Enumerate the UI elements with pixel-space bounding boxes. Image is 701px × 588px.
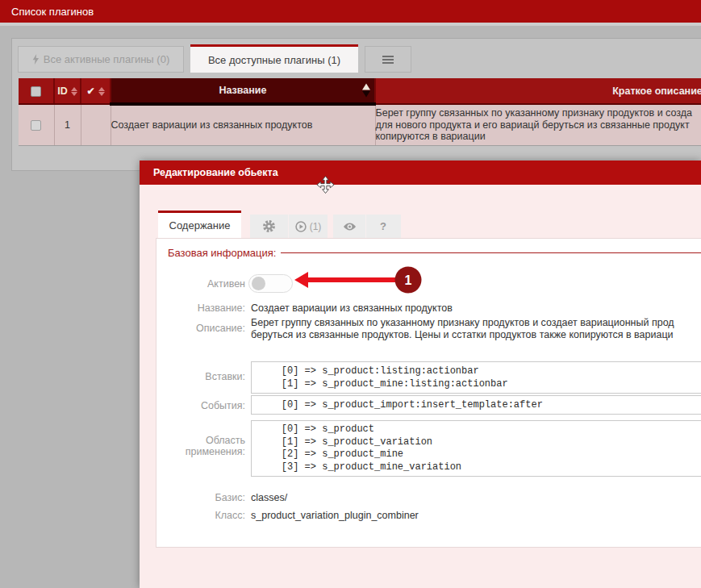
events-code-box: [0] => s_product_import:insert_template:…	[251, 395, 701, 415]
column-header-id[interactable]: ID	[54, 78, 81, 104]
tab-run[interactable]: (1)	[288, 215, 328, 238]
tab-group-view: ?	[333, 215, 401, 238]
annotation-step-number: 1	[405, 273, 412, 287]
description-label: Описание:	[168, 323, 245, 334]
dialog-title: Редактирование обьекта	[153, 167, 278, 178]
annotation-arrow-1: 1	[294, 265, 423, 296]
row-active-cell	[81, 104, 111, 145]
section-basic-info: Базовая информация:	[168, 247, 701, 259]
edit-object-dialog: Редактирование обьекта Содержание	[140, 161, 701, 588]
run-count-badge: (1)	[310, 221, 322, 232]
tab-available-plugins[interactable]: Все доступные плагины (1)	[190, 44, 358, 73]
dialog-content: Базовая информация: Активен 1 Название: …	[156, 238, 701, 548]
table-row[interactable]: 1 Создает вариации из связанных продукто…	[19, 104, 701, 145]
row-id-cell: 1	[54, 104, 81, 145]
tab-preview[interactable]	[333, 215, 365, 238]
check-icon: ✔	[86, 85, 94, 97]
scope-label: Область применения:	[168, 435, 245, 457]
help-icon: ?	[380, 220, 386, 232]
column-header-description[interactable]: Краткое описание	[375, 78, 701, 104]
sort-icon[interactable]	[98, 87, 105, 96]
page-header: Список плагинов	[0, 0, 701, 23]
row-name-cell[interactable]: Создает вариации из связанных продуктов	[111, 104, 375, 145]
play-icon	[295, 221, 307, 232]
inserts-label: Вставки:	[168, 371, 245, 382]
tab-group-settings: (1)	[250, 215, 328, 238]
header-divider	[0, 23, 701, 26]
class-label: Класс:	[168, 510, 245, 521]
menu-icon	[382, 56, 394, 57]
dialog-titlebar[interactable]: Редактирование обьекта	[140, 161, 701, 185]
tab-active-plugins[interactable]: Все активные плагины (0)	[18, 46, 184, 73]
table-header-row: ID ✔ Название Краткое описание	[19, 78, 701, 104]
lightning-icon	[32, 54, 40, 65]
basis-label: Базис:	[168, 492, 245, 503]
page-title: Список плагинов	[11, 6, 94, 18]
column-header-name[interactable]: Название	[111, 78, 375, 104]
move-cursor-icon	[316, 175, 335, 194]
sort-icon[interactable]	[71, 87, 77, 96]
description-value: Берет группу связанных по указанному при…	[251, 317, 674, 341]
tab-available-plugins-label: Все доступные плагины (1)	[208, 54, 340, 66]
eye-icon	[343, 222, 357, 231]
toggle-knob	[252, 277, 265, 290]
events-label: События:	[168, 400, 245, 411]
select-all-checkbox[interactable]	[31, 86, 41, 97]
plugin-table: ID ✔ Название Краткое описание 1 Создает…	[19, 78, 701, 148]
class-value: s_product_variation_plugin_combiner	[251, 510, 419, 521]
name-label: Название:	[168, 302, 245, 314]
tab-content-label: Содержание	[169, 219, 231, 231]
scope-code-box: [0] => s_product [1] => s_product_variat…	[251, 420, 701, 477]
basis-value: classes/	[251, 492, 287, 503]
column-header-active[interactable]: ✔	[81, 78, 111, 104]
inserts-code-box: [0] => s_product:listing:actionbar [1] =…	[251, 361, 701, 394]
row-description-cell: Берет группу связанных по указанному при…	[375, 104, 701, 145]
active-label: Активен	[168, 278, 245, 290]
active-toggle[interactable]	[248, 274, 293, 293]
section-rule	[281, 252, 701, 253]
section-title: Базовая информация:	[168, 247, 276, 259]
select-all-header[interactable]	[19, 78, 54, 104]
row-checkbox[interactable]	[31, 120, 41, 131]
tab-active-plugins-label: Все активные плагины (0)	[44, 53, 169, 65]
list-menu-button[interactable]	[365, 46, 411, 73]
sort-asc-icon[interactable]	[362, 84, 370, 98]
plugin-manager-screen: Список плагинов Все активные плагины (0)…	[0, 0, 701, 588]
tab-help[interactable]: ?	[365, 215, 400, 238]
tab-content[interactable]: Содержание	[158, 211, 241, 238]
tab-settings[interactable]	[250, 215, 288, 238]
name-value: Создает вариации из связанных продуктов	[251, 302, 453, 314]
row-select-cell	[19, 104, 54, 145]
gear-icon	[262, 219, 276, 233]
